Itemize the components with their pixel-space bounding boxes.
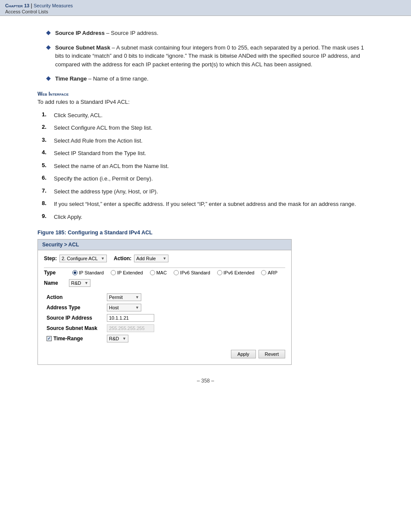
step-num-6: 6. [42, 174, 54, 181]
radio-dot-ipv6-extended [217, 270, 222, 275]
subnet-mask-input: 255.255.255.255 [107, 324, 154, 332]
apply-button[interactable]: Apply [231, 350, 256, 358]
main-content: ◆ Source IP Address – Source IP address.… [12, 16, 399, 401]
header-bar: Chapter 13 | Security Measures Access Co… [0, 0, 411, 16]
action-select-arrow: ▼ [162, 256, 166, 261]
radio-ipv6-standard[interactable]: IPv6 Standard [174, 270, 210, 275]
address-type-arrow: ▼ [135, 305, 139, 310]
action-field-label: Action: [114, 255, 131, 261]
address-type-select[interactable]: Host ▼ [107, 304, 141, 311]
field-source-ip-label: Source IP Address [44, 313, 104, 323]
name-select-arrow: ▼ [84, 281, 88, 285]
web-interface-intro: To add rules to a Standard IPv4 ACL: [37, 99, 374, 105]
page-number: – 358 – [37, 378, 374, 384]
field-time-range-row: ✓ Time-Range R&D ▼ [44, 333, 285, 344]
step-5: 5.Select the name of an ACL from the Nam… [37, 162, 374, 171]
step-num-5: 5. [42, 162, 54, 168]
bullet-text-time-range: Time Range – Name of a time range. [55, 75, 149, 83]
step-field-label: Step: [44, 255, 57, 261]
name-select[interactable]: R&D ▼ [69, 279, 90, 287]
field-time-range-value: R&D ▼ [104, 333, 285, 344]
field-source-ip-row: Source IP Address 10.1.1.21 [44, 313, 285, 323]
action-value-select[interactable]: Permit ▼ [107, 293, 141, 301]
step-4: 4.Select IP Standard from the Type list. [37, 149, 374, 158]
ui-panel-body: Step: 2. Configure ACL ▼ Action: Add Rul… [38, 250, 291, 364]
time-range-checkbox-row: ✓ Time-Range [47, 336, 102, 342]
step-select-arrow: ▼ [101, 256, 105, 261]
step-num-9: 9. [42, 213, 54, 219]
step-3: 3.Select Add Rule from the Action list. [37, 137, 374, 145]
ui-panel: Security > ACL Step: 2. Configure ACL ▼ … [37, 239, 292, 365]
web-interface-heading: Web Interface [37, 91, 374, 97]
step-7: 7.Select the address type (Any, Host, or… [37, 187, 374, 196]
steps-list: 1.Click Security, ACL. 2.Select Configur… [37, 111, 374, 221]
bullet-diamond-1: ◆ [46, 29, 51, 36]
time-range-select[interactable]: R&D ▼ [107, 335, 128, 342]
divider [44, 268, 285, 268]
field-action-value: Permit ▼ [104, 292, 285, 302]
radio-label-mac: MAC [156, 270, 167, 275]
field-source-ip-value: 10.1.1.21 [104, 313, 285, 323]
bullet-term-time-range: Time Range [55, 75, 87, 82]
step-text-8: If you select “Host,” enter a specific a… [54, 200, 356, 208]
radio-ipv6-extended[interactable]: IPv6 Extended [217, 270, 255, 275]
step-8: 8.If you select “Host,” enter a specific… [37, 200, 374, 208]
radio-label-ipv6-extended: IPv6 Extended [224, 270, 255, 275]
step-num-2: 2. [42, 124, 54, 130]
step-2: 2.Select Configure ACL from the Step lis… [37, 124, 374, 132]
chapter-label: Chapter 13 [5, 3, 29, 8]
field-action-row: Action Permit ▼ [44, 292, 285, 302]
name-label: Name [44, 280, 65, 286]
step-select[interactable]: 2. Configure ACL ▼ [59, 255, 107, 262]
radio-dot-arp [261, 270, 266, 275]
step-1: 1.Click Security, ACL. [37, 111, 374, 120]
step-num-1: 1. [42, 111, 54, 118]
field-subnet-mask-row: Source Subnet Mask 255.255.255.255 [44, 323, 285, 333]
bullet-section: ◆ Source IP Address – Source IP address.… [37, 29, 374, 83]
step-text-9: Click Apply. [54, 213, 82, 221]
step-num-4: 4. [42, 149, 54, 156]
field-address-type-row: Address Type Host ▼ [44, 302, 285, 313]
radio-mac[interactable]: MAC [150, 270, 167, 275]
step-text-3: Select Add Rule from the Action list. [54, 137, 143, 145]
field-address-type-value: Host ▼ [104, 302, 285, 313]
step-num-3: 3. [42, 137, 54, 143]
sub-section: Access Control Lists [5, 9, 48, 14]
radio-label-arp: ARP [268, 270, 277, 275]
step-num-8: 8. [42, 200, 54, 206]
bullet-text-source-ip: Source IP Address – Source IP address. [55, 29, 159, 37]
radio-label-ip-extended: IP Extended [117, 270, 143, 275]
fields-table: Action Permit ▼ Address Type Host ▼ [44, 292, 285, 344]
step-action-row: Step: 2. Configure ACL ▼ Action: Add Rul… [44, 255, 285, 262]
radio-dot-ip-standard [72, 270, 78, 275]
revert-button[interactable]: Revert [258, 350, 285, 358]
step-6: 6.Specify the action (i.e., Permit or De… [37, 174, 374, 183]
bullet-item-time-range: ◆ Time Range – Name of a time range. [37, 75, 374, 83]
name-row: Name R&D ▼ [44, 279, 285, 287]
radio-label-ipv6-standard: IPv6 Standard [180, 270, 210, 275]
ui-panel-header: Security > ACL [38, 240, 291, 250]
field-time-range-label: ✓ Time-Range [44, 333, 104, 344]
field-action-label: Action [44, 292, 104, 302]
step-text-7: Select the address type (Any, Host, or I… [54, 187, 158, 196]
step-text-2: Select Configure ACL from the Step list. [54, 124, 153, 132]
step-num-7: 7. [42, 187, 54, 194]
bullet-text-subnet-mask: Source Subnet Mask – A subnet mask conta… [55, 44, 374, 69]
time-range-checkbox[interactable]: ✓ [47, 336, 52, 341]
action-value-arrow: ▼ [135, 295, 139, 299]
bullet-term-source-ip: Source IP Address [55, 30, 105, 36]
radio-arp[interactable]: ARP [261, 270, 277, 275]
time-range-label: Time-Range [53, 336, 83, 342]
radio-ip-extended[interactable]: IP Extended [111, 270, 143, 275]
bullet-item-subnet-mask: ◆ Source Subnet Mask – A subnet mask con… [37, 44, 374, 69]
section-title: Security Measures [34, 3, 73, 8]
source-ip-input[interactable]: 10.1.1.21 [107, 314, 154, 322]
field-address-type-label: Address Type [44, 302, 104, 313]
bullet-diamond-3: ◆ [46, 75, 51, 81]
step-text-1: Click Security, ACL. [54, 111, 103, 120]
radio-dot-ipv6-standard [174, 270, 179, 275]
radio-ip-standard[interactable]: IP Standard [72, 270, 104, 275]
step-text-5: Select the name of an ACL from the Name … [54, 162, 169, 171]
step-9: 9.Click Apply. [37, 213, 374, 221]
action-select[interactable]: Add Rule ▼ [134, 255, 168, 262]
